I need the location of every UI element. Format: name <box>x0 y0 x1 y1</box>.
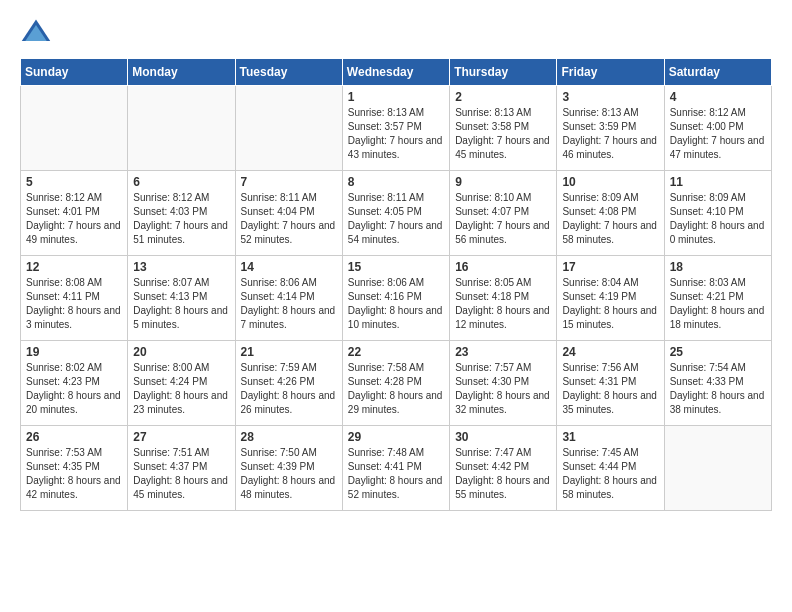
day-info: Sunrise: 8:12 AM Sunset: 4:03 PM Dayligh… <box>133 191 229 247</box>
day-of-week-header: Sunday <box>21 59 128 86</box>
day-info: Sunrise: 8:13 AM Sunset: 3:57 PM Dayligh… <box>348 106 444 162</box>
day-number: 26 <box>26 430 122 444</box>
day-of-week-header: Friday <box>557 59 664 86</box>
day-info: Sunrise: 8:05 AM Sunset: 4:18 PM Dayligh… <box>455 276 551 332</box>
calendar-cell: 7Sunrise: 8:11 AM Sunset: 4:04 PM Daylig… <box>235 171 342 256</box>
day-number: 28 <box>241 430 337 444</box>
calendar-cell: 3Sunrise: 8:13 AM Sunset: 3:59 PM Daylig… <box>557 86 664 171</box>
calendar-cell: 16Sunrise: 8:05 AM Sunset: 4:18 PM Dayli… <box>450 256 557 341</box>
day-info: Sunrise: 8:07 AM Sunset: 4:13 PM Dayligh… <box>133 276 229 332</box>
day-info: Sunrise: 8:12 AM Sunset: 4:00 PM Dayligh… <box>670 106 766 162</box>
day-number: 21 <box>241 345 337 359</box>
day-info: Sunrise: 7:58 AM Sunset: 4:28 PM Dayligh… <box>348 361 444 417</box>
calendar-cell: 1Sunrise: 8:13 AM Sunset: 3:57 PM Daylig… <box>342 86 449 171</box>
calendar-cell: 5Sunrise: 8:12 AM Sunset: 4:01 PM Daylig… <box>21 171 128 256</box>
calendar-cell: 20Sunrise: 8:00 AM Sunset: 4:24 PM Dayli… <box>128 341 235 426</box>
week-row: 19Sunrise: 8:02 AM Sunset: 4:23 PM Dayli… <box>21 341 772 426</box>
week-row: 26Sunrise: 7:53 AM Sunset: 4:35 PM Dayli… <box>21 426 772 511</box>
day-number: 14 <box>241 260 337 274</box>
day-number: 2 <box>455 90 551 104</box>
day-of-week-header: Saturday <box>664 59 771 86</box>
day-info: Sunrise: 8:09 AM Sunset: 4:10 PM Dayligh… <box>670 191 766 247</box>
calendar-cell: 28Sunrise: 7:50 AM Sunset: 4:39 PM Dayli… <box>235 426 342 511</box>
day-info: Sunrise: 7:50 AM Sunset: 4:39 PM Dayligh… <box>241 446 337 502</box>
calendar-header: SundayMondayTuesdayWednesdayThursdayFrid… <box>21 59 772 86</box>
day-info: Sunrise: 7:57 AM Sunset: 4:30 PM Dayligh… <box>455 361 551 417</box>
calendar-cell: 18Sunrise: 8:03 AM Sunset: 4:21 PM Dayli… <box>664 256 771 341</box>
calendar-cell: 15Sunrise: 8:06 AM Sunset: 4:16 PM Dayli… <box>342 256 449 341</box>
week-row: 5Sunrise: 8:12 AM Sunset: 4:01 PM Daylig… <box>21 171 772 256</box>
week-row: 12Sunrise: 8:08 AM Sunset: 4:11 PM Dayli… <box>21 256 772 341</box>
day-info: Sunrise: 7:45 AM Sunset: 4:44 PM Dayligh… <box>562 446 658 502</box>
day-number: 8 <box>348 175 444 189</box>
calendar-cell: 4Sunrise: 8:12 AM Sunset: 4:00 PM Daylig… <box>664 86 771 171</box>
calendar-cell: 23Sunrise: 7:57 AM Sunset: 4:30 PM Dayli… <box>450 341 557 426</box>
day-number: 4 <box>670 90 766 104</box>
day-number: 29 <box>348 430 444 444</box>
calendar-cell: 11Sunrise: 8:09 AM Sunset: 4:10 PM Dayli… <box>664 171 771 256</box>
calendar-cell: 8Sunrise: 8:11 AM Sunset: 4:05 PM Daylig… <box>342 171 449 256</box>
day-number: 27 <box>133 430 229 444</box>
calendar-cell <box>664 426 771 511</box>
day-info: Sunrise: 8:03 AM Sunset: 4:21 PM Dayligh… <box>670 276 766 332</box>
day-number: 3 <box>562 90 658 104</box>
calendar-cell: 6Sunrise: 8:12 AM Sunset: 4:03 PM Daylig… <box>128 171 235 256</box>
calendar-cell: 13Sunrise: 8:07 AM Sunset: 4:13 PM Dayli… <box>128 256 235 341</box>
day-info: Sunrise: 8:06 AM Sunset: 4:14 PM Dayligh… <box>241 276 337 332</box>
day-number: 11 <box>670 175 766 189</box>
days-of-week-row: SundayMondayTuesdayWednesdayThursdayFrid… <box>21 59 772 86</box>
calendar-cell: 21Sunrise: 7:59 AM Sunset: 4:26 PM Dayli… <box>235 341 342 426</box>
day-number: 22 <box>348 345 444 359</box>
day-info: Sunrise: 8:06 AM Sunset: 4:16 PM Dayligh… <box>348 276 444 332</box>
logo-icon <box>20 16 52 48</box>
calendar-cell: 24Sunrise: 7:56 AM Sunset: 4:31 PM Dayli… <box>557 341 664 426</box>
day-info: Sunrise: 7:47 AM Sunset: 4:42 PM Dayligh… <box>455 446 551 502</box>
calendar-cell: 29Sunrise: 7:48 AM Sunset: 4:41 PM Dayli… <box>342 426 449 511</box>
calendar-cell <box>128 86 235 171</box>
day-info: Sunrise: 8:09 AM Sunset: 4:08 PM Dayligh… <box>562 191 658 247</box>
day-of-week-header: Thursday <box>450 59 557 86</box>
day-info: Sunrise: 8:13 AM Sunset: 3:58 PM Dayligh… <box>455 106 551 162</box>
calendar-table: SundayMondayTuesdayWednesdayThursdayFrid… <box>20 58 772 511</box>
day-info: Sunrise: 7:59 AM Sunset: 4:26 PM Dayligh… <box>241 361 337 417</box>
calendar-cell: 17Sunrise: 8:04 AM Sunset: 4:19 PM Dayli… <box>557 256 664 341</box>
day-info: Sunrise: 8:10 AM Sunset: 4:07 PM Dayligh… <box>455 191 551 247</box>
logo <box>20 16 56 48</box>
calendar-cell: 19Sunrise: 8:02 AM Sunset: 4:23 PM Dayli… <box>21 341 128 426</box>
day-number: 20 <box>133 345 229 359</box>
day-info: Sunrise: 8:00 AM Sunset: 4:24 PM Dayligh… <box>133 361 229 417</box>
week-row: 1Sunrise: 8:13 AM Sunset: 3:57 PM Daylig… <box>21 86 772 171</box>
day-number: 16 <box>455 260 551 274</box>
day-info: Sunrise: 7:54 AM Sunset: 4:33 PM Dayligh… <box>670 361 766 417</box>
day-number: 24 <box>562 345 658 359</box>
day-info: Sunrise: 8:12 AM Sunset: 4:01 PM Dayligh… <box>26 191 122 247</box>
day-info: Sunrise: 7:56 AM Sunset: 4:31 PM Dayligh… <box>562 361 658 417</box>
calendar-cell: 9Sunrise: 8:10 AM Sunset: 4:07 PM Daylig… <box>450 171 557 256</box>
day-of-week-header: Monday <box>128 59 235 86</box>
day-number: 17 <box>562 260 658 274</box>
calendar-body: 1Sunrise: 8:13 AM Sunset: 3:57 PM Daylig… <box>21 86 772 511</box>
calendar-cell <box>235 86 342 171</box>
day-number: 7 <box>241 175 337 189</box>
calendar-cell: 31Sunrise: 7:45 AM Sunset: 4:44 PM Dayli… <box>557 426 664 511</box>
calendar-cell: 10Sunrise: 8:09 AM Sunset: 4:08 PM Dayli… <box>557 171 664 256</box>
calendar-cell: 12Sunrise: 8:08 AM Sunset: 4:11 PM Dayli… <box>21 256 128 341</box>
calendar-cell: 2Sunrise: 8:13 AM Sunset: 3:58 PM Daylig… <box>450 86 557 171</box>
day-info: Sunrise: 7:48 AM Sunset: 4:41 PM Dayligh… <box>348 446 444 502</box>
day-info: Sunrise: 8:08 AM Sunset: 4:11 PM Dayligh… <box>26 276 122 332</box>
day-number: 18 <box>670 260 766 274</box>
day-info: Sunrise: 8:02 AM Sunset: 4:23 PM Dayligh… <box>26 361 122 417</box>
day-info: Sunrise: 8:11 AM Sunset: 4:05 PM Dayligh… <box>348 191 444 247</box>
calendar-cell: 30Sunrise: 7:47 AM Sunset: 4:42 PM Dayli… <box>450 426 557 511</box>
day-number: 23 <box>455 345 551 359</box>
day-number: 9 <box>455 175 551 189</box>
header <box>20 16 772 48</box>
day-info: Sunrise: 8:04 AM Sunset: 4:19 PM Dayligh… <box>562 276 658 332</box>
day-number: 10 <box>562 175 658 189</box>
day-number: 15 <box>348 260 444 274</box>
day-number: 31 <box>562 430 658 444</box>
day-number: 6 <box>133 175 229 189</box>
day-number: 12 <box>26 260 122 274</box>
day-info: Sunrise: 7:53 AM Sunset: 4:35 PM Dayligh… <box>26 446 122 502</box>
day-info: Sunrise: 7:51 AM Sunset: 4:37 PM Dayligh… <box>133 446 229 502</box>
